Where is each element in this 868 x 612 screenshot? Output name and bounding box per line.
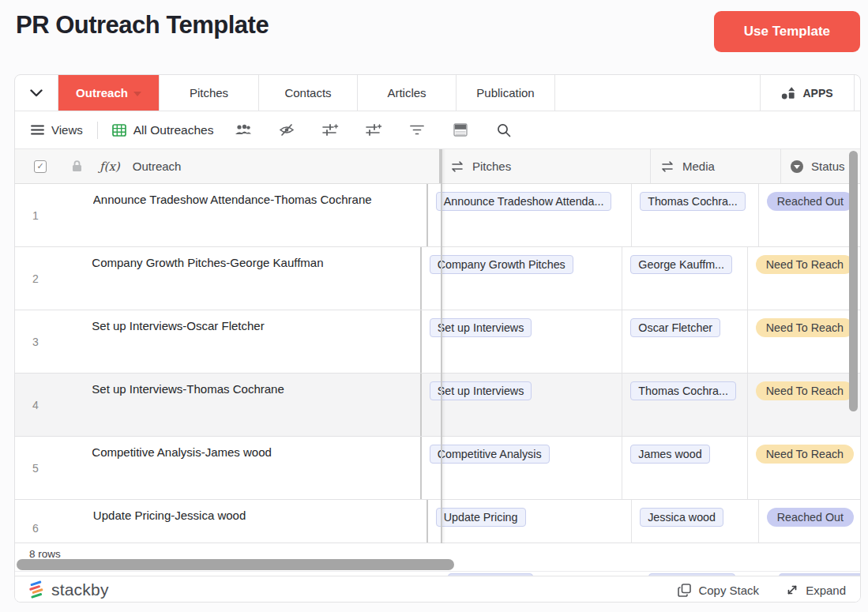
cell-status[interactable]: Need To Reach [748,437,861,499]
linked-record-chip[interactable]: James wood [630,445,709,464]
toolbar-divider [97,122,98,139]
stackby-brand[interactable]: stackby [26,580,109,600]
stackby-logo-icon [26,580,47,600]
grid-view-icon [112,124,126,137]
cell-pitches[interactable]: Announce Tradeshow Attenda... [428,184,632,246]
cell-status[interactable]: Need To Reach [748,374,861,436]
cell-pitches[interactable]: Update Pricing [428,500,632,543]
hide-fields-button[interactable] [273,117,300,144]
page-header: PR Outreach Template Use Template [16,8,860,71]
partial-row [15,571,861,576]
sort-button[interactable] [317,117,344,144]
formula-icon: ƒ(x) [100,160,120,174]
cell-pitches[interactable]: Set up Interviews [422,310,623,373]
column-label: Pitches [472,160,511,173]
cell-status[interactable]: Reached Out [759,500,861,543]
column-header-media[interactable]: Media [651,149,781,183]
filter-button[interactable] [404,117,430,144]
search-button[interactable] [490,117,517,144]
linked-record-chip[interactable]: Announce Tradeshow Attenda... [436,192,612,211]
tab-label: Pitches [190,86,228,99]
cell-pitches[interactable]: Competitive Analysis [422,437,623,499]
linked-record-chip[interactable]: Thomas Cochra... [630,381,736,400]
partial-row-chip [448,573,533,576]
brand-name: stackby [51,580,109,599]
card-footer: stackby Copy Stack Expand [15,576,860,603]
status-badge[interactable]: Need To Reach [756,381,854,400]
sort-icon [322,123,339,137]
stack-menu-chevron[interactable] [15,75,58,111]
linked-record-chip[interactable]: Jessica wood [640,508,723,527]
cell-outreach[interactable]: Update Pricing-Jessica wood [93,500,428,543]
views-label: Views [51,123,83,137]
tab-label: Articles [387,86,426,99]
horizontal-scrollbar[interactable] [17,559,454,570]
table-row[interactable]: 5 Competitive Analysis-James wood Compet… [15,437,861,500]
linked-record-chip[interactable]: George Kauffm... [630,255,732,274]
tab-articles[interactable]: Articles [358,75,457,111]
hamburger-icon [31,125,44,135]
cell-pitches[interactable]: Company Growth Pitches [422,247,623,310]
cell-media[interactable]: Jessica wood [632,500,759,543]
row-height-button[interactable] [447,117,474,144]
cell-pitches[interactable]: Set up Interviews [422,374,623,436]
group-button[interactable] [360,117,387,144]
table-row[interactable]: 4 Set up Interviews-Thomas Cochrane Set … [15,374,861,437]
status-badge[interactable]: Need To Reach [756,445,854,464]
cell-outreach[interactable]: Competitive Analysis-James wood [92,437,421,499]
cell-status[interactable]: Need To Reach [748,310,861,373]
cell-outreach[interactable]: Company Growth Pitches-George Kauffman [92,247,421,310]
cell-media[interactable]: Oscar Fletcher [622,310,747,373]
table-row[interactable]: 6 Update Pricing-Jessica wood Update Pri… [15,500,861,543]
row-gutter[interactable]: 4 [15,374,92,436]
expand-button[interactable]: Expand [786,584,846,597]
row-gutter[interactable]: 6 [15,500,93,543]
cell-outreach[interactable]: Set up Interviews-Thomas Cochrane [92,374,421,436]
linked-record-chip[interactable]: Thomas Cochra... [640,192,746,211]
cell-media[interactable]: James wood [622,437,747,499]
status-badge[interactable]: Reached Out [767,192,854,211]
row-number: 2 [32,272,39,285]
cell-outreach[interactable]: Set up Interviews-Oscar Fletcher [92,310,421,373]
cell-media[interactable]: George Kauffm... [622,247,747,310]
views-button[interactable]: Views [31,123,83,137]
table-row[interactable]: 1 Announce Tradeshow Attendance-Thomas C… [15,184,861,247]
tab-outreach[interactable]: Outreach [58,75,160,111]
status-badge[interactable]: Need To Reach [756,318,854,337]
column-header-pitches[interactable]: Pitches [441,149,651,183]
tab-contacts[interactable]: Contacts [259,75,358,111]
vertical-scrollbar[interactable] [849,151,858,411]
row-gutter[interactable]: 2 [15,247,92,310]
table-row[interactable]: 3 Set up Interviews-Oscar Fletcher Set u… [15,310,861,374]
cell-media[interactable]: Thomas Cochra... [622,374,747,436]
current-view-button[interactable]: All Outreaches [112,123,214,137]
status-badge[interactable]: Reached Out [767,508,854,527]
cell-media[interactable]: Thomas Cochra... [632,184,759,246]
tab-publication[interactable]: Publication [457,75,555,111]
table-row[interactable]: 2 Company Growth Pitches-George Kauffman… [15,247,861,310]
column-header-outreach[interactable]: ✓ ƒ(x) Outreach [15,149,441,183]
stack-card: Outreach Pitches Contacts Articles Publi… [14,74,861,603]
row-gutter[interactable]: 5 [15,437,92,499]
linked-record-chip[interactable]: Competitive Analysis [430,445,550,464]
cell-outreach[interactable]: Announce Tradeshow Attendance-Thomas Coc… [93,184,428,246]
linked-record-chip[interactable]: Oscar Fletcher [630,318,720,337]
linked-record-chip[interactable]: Set up Interviews [430,318,532,337]
row-gutter[interactable]: 3 [15,310,92,373]
linked-record-chip[interactable]: Set up Interviews [430,381,532,400]
collaborators-button[interactable] [230,117,257,144]
grid-view: ✓ ƒ(x) Outreach Pitches [15,149,861,576]
cell-status[interactable]: Reached Out [759,184,861,246]
copy-stack-button[interactable]: Copy Stack [678,584,759,597]
select-all-checkbox[interactable]: ✓ [34,160,47,173]
row-number: 5 [32,462,39,475]
linked-record-chip[interactable]: Company Growth Pitches [430,255,573,274]
cell-status[interactable]: Need To Reach [748,247,861,310]
apps-button[interactable]: APPS [760,75,855,111]
apps-label: APPS [802,87,832,99]
use-template-button[interactable]: Use Template [714,11,860,52]
row-gutter[interactable]: 1 [15,184,93,246]
linked-record-chip[interactable]: Update Pricing [436,508,526,527]
status-badge[interactable]: Need To Reach [756,255,854,274]
tab-pitches[interactable]: Pitches [160,75,259,111]
